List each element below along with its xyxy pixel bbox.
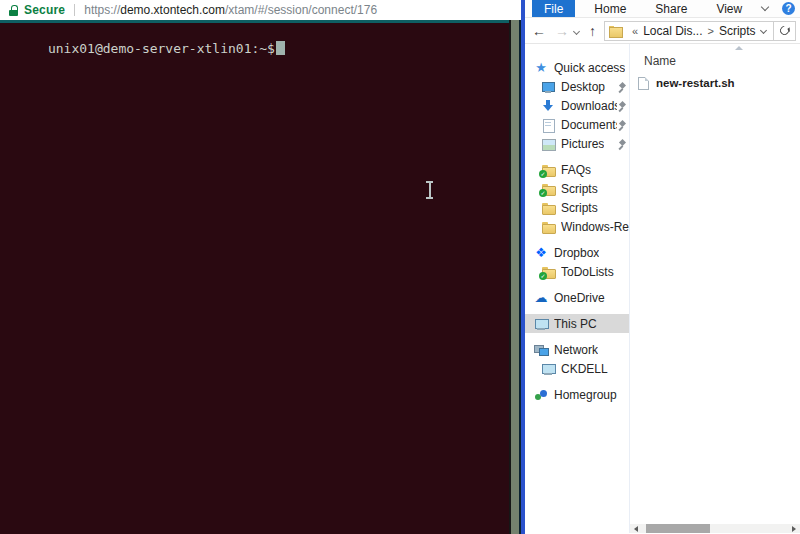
onedrive-cloud-icon: ☁: [534, 291, 548, 305]
synced-folder-icon: [541, 265, 555, 279]
column-header-name[interactable]: Name: [644, 54, 676, 68]
network-icon: [534, 343, 548, 357]
scrollbar-thumb[interactable]: [646, 524, 710, 533]
folder-icon: [541, 201, 555, 215]
forward-button[interactable]: →: [555, 24, 569, 38]
sidebar-item-todolists[interactable]: ToDoLists: [525, 262, 629, 281]
folder-icon: [541, 220, 555, 234]
sidebar-item-scripts[interactable]: Scripts: [525, 198, 629, 217]
refresh-icon: [778, 24, 791, 37]
address-dropdown-chevron-icon[interactable]: [760, 27, 767, 34]
sort-ascending-icon: [735, 46, 743, 50]
navigation-pane: ★ Quick access Desktop Downloads Documen…: [525, 44, 629, 533]
pin-icon: [617, 100, 627, 112]
terminal-screen[interactable]: unix01@demo-server-xtlin01:~$: [0, 20, 509, 534]
pin-icon: [617, 119, 627, 131]
refresh-button[interactable]: [774, 21, 796, 41]
sidebar-item-quick-access[interactable]: ★ Quick access: [525, 58, 629, 77]
sidebar-item-network[interactable]: Network: [525, 340, 629, 359]
sync-check-badge: [539, 272, 547, 280]
sidebar-item-downloads[interactable]: Downloads: [525, 96, 629, 115]
file-row[interactable]: new-restart.sh: [638, 74, 735, 92]
sidebar-item-onedrive[interactable]: ☁ OneDrive: [525, 288, 629, 307]
breadcrumb-scripts[interactable]: Scripts: [719, 24, 756, 38]
ibeam-mouse-cursor: [425, 181, 434, 199]
url-domain[interactable]: demo.xtontech.com: [120, 3, 225, 17]
file-name: new-restart.sh: [656, 77, 735, 89]
url-path[interactable]: /xtam/#/session/connect/176: [225, 3, 377, 17]
browser-window: Secure https://demo.xtontech.com/xtam/#/…: [0, 0, 521, 534]
sidebar-item-faqs[interactable]: FAQs: [525, 160, 629, 179]
recent-locations-chevron-icon[interactable]: [573, 28, 580, 35]
terminal-prompt: unix01@demo-server-xtlin01:~$: [48, 41, 275, 56]
tab-view[interactable]: View: [706, 0, 752, 17]
sync-check-badge: [539, 189, 547, 197]
back-button[interactable]: ←: [532, 24, 546, 38]
homegroup-icon: [534, 388, 548, 402]
browser-address-bar[interactable]: Secure https://demo.xtontech.com/xtam/#/…: [0, 0, 521, 20]
pin-icon: [617, 138, 627, 150]
breadcrumb-overflow[interactable]: «: [632, 25, 638, 37]
file-list-pane: Name new-restart.sh: [629, 44, 800, 533]
breadcrumb-local-disk[interactable]: Local Dis...: [643, 24, 702, 38]
pictures-icon: [541, 137, 555, 151]
synced-folder-icon: [541, 182, 555, 196]
sidebar-item-ckdell[interactable]: CKDELL: [525, 359, 629, 378]
sidebar-item-homegroup[interactable]: Homegroup: [525, 385, 629, 404]
downloads-arrow-icon: [541, 99, 555, 113]
desktop-stage: Secure https://demo.xtontech.com/xtam/#/…: [0, 0, 800, 534]
tab-share[interactable]: Share: [645, 0, 697, 17]
desktop-icon: [541, 80, 555, 94]
url-scheme[interactable]: https://: [84, 3, 120, 17]
dropbox-icon: ❖: [534, 246, 548, 260]
help-button[interactable]: ?: [782, 2, 795, 15]
sidebar-item-scripts-synced[interactable]: Scripts: [525, 179, 629, 198]
this-pc-icon: [534, 317, 548, 331]
documents-icon: [541, 118, 555, 132]
tab-home[interactable]: Home: [584, 0, 636, 17]
up-button[interactable]: ↑: [589, 24, 596, 38]
sidebar-item-desktop[interactable]: Desktop: [525, 77, 629, 96]
browser-scrollbar[interactable]: [509, 20, 521, 534]
folder-icon: [609, 25, 622, 37]
shell-script-file-icon: [638, 77, 649, 90]
secure-label[interactable]: Secure: [24, 3, 65, 17]
sidebar-item-dropbox[interactable]: ❖ Dropbox: [525, 243, 629, 262]
address-bar-divider: [74, 4, 75, 16]
quick-access-star-icon: ★: [534, 61, 548, 75]
address-breadcrumb-bar[interactable]: « Local Dis... > Scripts: [604, 21, 774, 41]
file-explorer-window: File Home Share View ? ← → ↑ « Local Dis…: [521, 0, 800, 534]
sidebar-item-windows-ren[interactable]: Windows-Ren: [525, 217, 629, 236]
navigation-toolbar: ← → ↑ « Local Dis... > Scripts: [525, 18, 800, 44]
ribbon-tab-bar: File Home Share View ?: [525, 0, 800, 18]
computer-icon: [541, 362, 555, 376]
breadcrumb-separator: >: [707, 25, 713, 37]
horizontal-scrollbar[interactable]: [630, 524, 800, 533]
tab-file[interactable]: File: [532, 0, 575, 17]
sync-check-badge: [539, 170, 547, 178]
terminal-block-cursor: [276, 41, 285, 55]
secure-lock-icon: [9, 5, 19, 16]
scroll-left-arrow-icon[interactable]: [634, 526, 638, 532]
sidebar-item-documents[interactable]: Documents: [525, 115, 629, 134]
ribbon-collapse-chevron-icon[interactable]: [761, 3, 769, 11]
sidebar-item-pictures[interactable]: Pictures: [525, 134, 629, 153]
pin-icon: [617, 81, 627, 93]
scroll-right-arrow-icon[interactable]: [792, 526, 796, 532]
sidebar-item-this-pc[interactable]: This PC: [525, 314, 629, 333]
synced-folder-icon: [541, 163, 555, 177]
